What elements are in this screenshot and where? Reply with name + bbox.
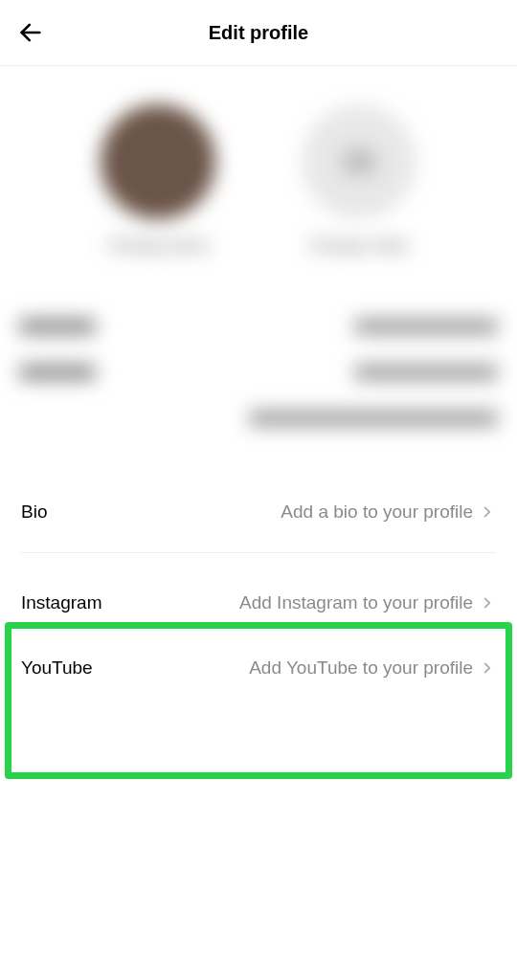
header: Edit profile: [0, 0, 517, 66]
bio-placeholder: Add a bio to your profile: [281, 501, 473, 523]
bio-row[interactable]: Bio Add a bio to your profile: [21, 479, 496, 545]
chevron-right-icon: [479, 594, 496, 612]
youtube-placeholder: Add YouTube to your profile: [249, 657, 473, 679]
username-row-blurred: [19, 349, 498, 395]
youtube-label: YouTube: [21, 657, 93, 679]
profile-video-avatar: [302, 104, 416, 219]
chevron-right-icon: [479, 503, 496, 521]
change-photo-block[interactable]: Change photo: [101, 104, 215, 256]
link-row-blurred: [19, 395, 498, 441]
change-video-block[interactable]: Change video: [302, 104, 416, 256]
bio-label: Bio: [21, 501, 47, 523]
chevron-right-icon: [479, 659, 496, 677]
name-row-blurred: [19, 303, 498, 349]
blurred-profile-section: Change photo Change video: [0, 66, 517, 479]
instagram-placeholder: Add Instagram to your profile: [239, 592, 473, 613]
youtube-row[interactable]: YouTube Add YouTube to your profile: [21, 635, 496, 701]
instagram-label: Instagram: [21, 592, 101, 613]
change-video-label: Change video: [309, 236, 410, 256]
back-button[interactable]: [11, 13, 50, 52]
arrow-left-icon: [17, 19, 44, 46]
section-divider: [21, 552, 496, 553]
page-title: Edit profile: [209, 22, 308, 44]
change-photo-label: Change photo: [107, 236, 210, 256]
instagram-row[interactable]: Instagram Add Instagram to your profile: [21, 570, 496, 635]
profile-photo-avatar: [101, 104, 215, 219]
